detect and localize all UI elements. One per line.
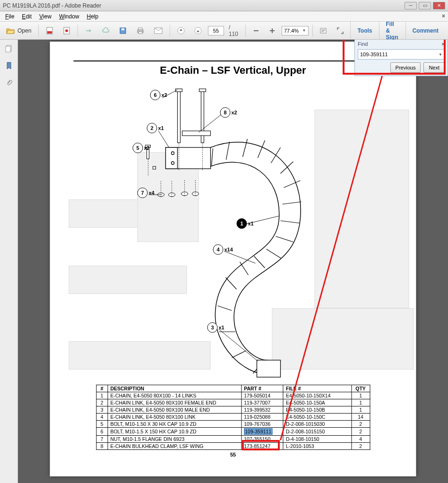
- callout-8: 8: [220, 107, 231, 118]
- table-row: 2E-CHAIN LINK, E4-5050 80X100 FEMALE END…: [96, 399, 370, 406]
- svg-rect-26: [153, 166, 156, 169]
- svg-line-38: [212, 148, 213, 165]
- read-mode-button[interactable]: [316, 25, 330, 37]
- find-next-button[interactable]: Next: [423, 62, 445, 73]
- svg-line-39: [226, 142, 230, 160]
- full-screen-button[interactable]: [333, 25, 347, 37]
- svg-rect-14: [6, 46, 10, 52]
- svg-rect-16: [166, 147, 178, 169]
- menubar-close-icon[interactable]: ×: [442, 13, 445, 19]
- table-row: 7NUT, M10-1.5 FLANGE DIN 6923107-355150D…: [96, 436, 370, 443]
- find-input[interactable]: 109-359111 ▼: [358, 49, 445, 60]
- envelope-icon: [154, 27, 163, 34]
- col-desc: DESCRIPTION: [108, 385, 241, 392]
- find-close-icon[interactable]: ×: [442, 41, 445, 47]
- convert-button[interactable]: [82, 25, 96, 37]
- zoom-in-button[interactable]: [266, 25, 279, 37]
- svg-rect-8: [138, 32, 142, 34]
- svg-rect-19: [178, 91, 181, 143]
- technical-diagram: 6x2 8x2 2x1 5x2 7x4 1x1 4x14 3x1: [69, 77, 397, 379]
- svg-point-17: [172, 152, 174, 155]
- zoom-select[interactable]: 77.4%▼: [282, 26, 309, 35]
- chevron-down-icon: ▼: [439, 52, 442, 57]
- folder-open-icon: [6, 27, 15, 34]
- parts-table: # DESCRIPTION PART # FILE # QTY 1E-CHAIN…: [96, 385, 370, 450]
- svg-line-46: [281, 221, 300, 223]
- page-total-label: / 110: [227, 24, 241, 37]
- table-row: 6BOLT, M10-1.5 X 150 HX CAP 10.9 ZD109-3…: [96, 428, 370, 436]
- menu-window[interactable]: Window: [56, 12, 83, 21]
- save-button[interactable]: [116, 25, 130, 37]
- page-footer-number: 55: [64, 452, 402, 457]
- svg-point-18: [172, 162, 174, 164]
- paperclip-icon: [5, 78, 13, 87]
- svg-rect-5: [121, 28, 124, 30]
- arrow-up-icon: [177, 27, 185, 34]
- print-button[interactable]: [133, 25, 148, 37]
- bookmark-icon: [5, 61, 13, 70]
- col-qty: QTY: [352, 385, 370, 392]
- find-value: 109-359111: [360, 52, 388, 57]
- svg-rect-1: [47, 31, 52, 34]
- page-pdf-alt-icon: [63, 27, 70, 34]
- window-title: PC M1919LA 2016.pdf - Adobe Reader: [3, 2, 101, 9]
- menu-bar: File Edit View Window Help ×: [0, 11, 448, 22]
- read-icon: [319, 27, 327, 34]
- table-row: 3E-CHAIN LINK, E4-5050 80X100 MALE END11…: [96, 406, 370, 414]
- window-maximize-button[interactable]: ▭: [419, 2, 431, 9]
- open-button[interactable]: Open: [3, 25, 34, 37]
- menu-edit[interactable]: Edit: [18, 12, 35, 21]
- create-pdf-alt-button[interactable]: [60, 25, 74, 37]
- menu-help[interactable]: Help: [84, 12, 102, 21]
- svg-line-51: [226, 277, 237, 289]
- chevron-down-icon: ▼: [302, 28, 306, 33]
- pages-icon: [5, 44, 13, 53]
- svg-line-62: [219, 329, 258, 361]
- callout-3: 3: [207, 322, 218, 333]
- find-title: Find: [358, 41, 368, 47]
- find-panel: Find × 109-359111 ▼ Previous Next: [354, 40, 448, 76]
- thumbnails-tab[interactable]: [4, 43, 14, 54]
- svg-rect-56: [257, 360, 281, 377]
- page-title: E-Chain – LSF Vertical, Upper: [74, 60, 393, 77]
- table-row: 4E-CHAIN LINK, E4-5050 80X100 LINK119-02…: [96, 414, 370, 421]
- document-viewport[interactable]: Find × 109-359111 ▼ Previous Next E-Chai…: [18, 40, 448, 483]
- window-minimize-button[interactable]: ─: [405, 2, 417, 9]
- email-button[interactable]: [151, 25, 166, 37]
- find-previous-button[interactable]: Previous: [390, 62, 421, 73]
- col-file: FILE #: [283, 385, 351, 392]
- plus-icon: [269, 27, 276, 34]
- menu-view[interactable]: View: [36, 12, 55, 21]
- create-pdf-button[interactable]: [43, 25, 57, 37]
- svg-line-43: [281, 162, 293, 173]
- zoom-out-button[interactable]: [250, 25, 263, 37]
- window-titlebar: PC M1919LA 2016.pdf - Adobe Reader ─ ▭ ✕: [0, 0, 448, 11]
- page-up-button[interactable]: [174, 25, 188, 37]
- callout-2: 2: [147, 123, 157, 133]
- attachments-tab[interactable]: [4, 78, 14, 88]
- svg-point-3: [65, 29, 68, 32]
- cloud-upload-button[interactable]: [99, 25, 113, 37]
- col-part: PART #: [241, 385, 284, 392]
- floppy-icon: [119, 27, 127, 34]
- svg-line-52: [218, 306, 232, 310]
- svg-line-40: [243, 139, 248, 157]
- svg-rect-22: [199, 89, 206, 92]
- comment-panel-toggle[interactable]: Comment: [405, 22, 445, 40]
- convert-icon: [85, 27, 93, 34]
- page-pdf-icon: [46, 27, 53, 34]
- callout-7: 7: [138, 188, 148, 198]
- arrow-down-icon: [194, 27, 202, 34]
- expand-icon: [336, 27, 344, 34]
- page-down-button[interactable]: [191, 25, 205, 37]
- menu-file[interactable]: File: [2, 12, 17, 21]
- tools-panel-toggle[interactable]: Tools: [350, 22, 379, 40]
- fill-sign-panel-toggle[interactable]: Fill & Sign: [379, 22, 405, 40]
- window-close-button[interactable]: ✕: [433, 2, 445, 9]
- svg-line-59: [159, 131, 169, 147]
- svg-rect-7: [138, 28, 142, 30]
- zoom-value: 77.4%: [284, 28, 299, 34]
- page-number-input[interactable]: [208, 26, 224, 35]
- bookmarks-tab[interactable]: [4, 60, 14, 71]
- svg-line-42: [271, 147, 281, 163]
